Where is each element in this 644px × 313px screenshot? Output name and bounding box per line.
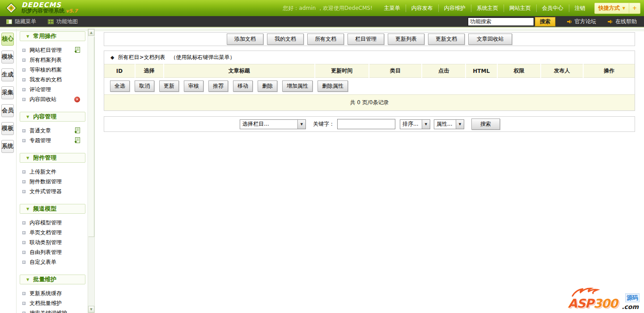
menu-item-free-list[interactable]: 自由列表管理 [17,247,87,257]
remove-attribute-button[interactable]: 删除属性 [318,80,348,92]
tab-members[interactable]: 会员 [1,104,14,117]
tab-templates[interactable]: 模板 [1,122,14,135]
chevron-down-icon: ▼ [26,115,29,119]
nav-site-home[interactable]: 网站主页 [504,4,537,12]
sidebar-scrollbar[interactable]: ▲ ▼ [88,29,95,313]
category-select[interactable]: 选择栏目... ▼ [240,119,306,129]
watermark-tag: 源码 [625,293,640,302]
recommend-button[interactable]: 推荐 [208,80,228,92]
menu-item-comment-manage[interactable]: 评论管理 [17,85,87,94]
chevron-down-icon: ▼ [26,156,29,160]
attribute-select[interactable]: 属性... ▼ [434,119,464,129]
nav-logout[interactable]: 注销 [569,4,591,12]
col-permission: 权限 [497,64,541,78]
col-select: 选择 [135,64,164,78]
cancel-button[interactable]: 取消 [135,80,154,92]
menu-item-content-model[interactable]: 内容模型管理 [17,218,87,228]
select-all-button[interactable]: 全选 [110,80,130,92]
quick-add-button[interactable]: + [629,3,640,13]
logo-version: v5.7 [66,8,78,14]
menu-item-search-keyword-maintain[interactable]: 搜索关键词维护 [17,308,87,313]
menu-item-update-cache[interactable]: 更新系统缓存 [17,288,87,298]
tab-core[interactable]: 核心 [1,33,14,46]
scrollbar-thumb[interactable] [88,37,94,237]
nav-system-home[interactable]: 系统主页 [471,4,504,12]
online-help-link[interactable]: 在线帮助 [608,18,637,25]
tab-system[interactable]: 系统 [1,140,14,153]
add-attribute-button[interactable]: 增加属性 [282,80,313,92]
breadcrumb: ◆ 所有栏目>文档列表 （使用鼠标右键弹出菜单） [104,51,635,64]
quick-access-label[interactable]: 快捷方式 ▼ [595,3,629,13]
update-button[interactable]: 更新 [159,80,179,92]
nav-content-publish[interactable]: 内容发布 [406,4,439,12]
nav-main-menu[interactable]: 主菜单 [379,4,406,12]
all-documents-button[interactable]: 所有文档 [307,34,344,45]
move-button[interactable]: 移动 [233,80,253,92]
chevron-down-icon[interactable]: ▼ [297,120,305,129]
menu-item-recycle-bin[interactable]: 内容回收站 ✕ [17,94,87,104]
menu-item-pending-archives[interactable]: 等审核的档案 [17,65,87,75]
secondary-toolbar: 隐藏菜单 功能地图 搜索 官方论坛 [0,16,644,28]
menu-item-topic-manage[interactable]: 专题管理 [17,135,87,145]
section-header-channel-model[interactable]: ▼ 频道模型 [20,204,85,214]
menu-item-file-manager[interactable]: 文件式管理器 [17,186,87,196]
function-search-button[interactable]: 搜索 [535,17,555,26]
sidebar-menu: ▼ 常用操作 网站栏目管理 所有档案列表 等审核的档案 我发布的文档 评论管 [17,31,87,313]
section-attachment-manage: ▼ 附件管理 上传新文件 附件数据管理 文件式管理器 [17,153,87,196]
chevron-down-icon[interactable]: ▼ [456,120,464,129]
menu-item-custom-form[interactable]: 自定义表单 [17,257,87,267]
section-header-batch-maintain[interactable]: ▼ 批量维护 [20,275,85,284]
update-list-button[interactable]: 更新列表 [388,34,424,45]
menu-item-upload-file[interactable]: 上传新文件 [17,167,87,177]
scroll-down-arrow[interactable]: ▼ [88,306,94,313]
function-map-button[interactable]: 功能地图 [48,18,78,25]
hide-menu-button[interactable]: 隐藏菜单 [6,18,36,25]
diamond-icon: ◆ [110,55,114,60]
bullet-icon [22,139,25,142]
chevron-down-icon: ▼ [26,207,29,211]
doc-add-icon [74,137,80,144]
menu-item-linkage-category[interactable]: 联动类别管理 [17,237,87,247]
menu-item-all-archives[interactable]: 所有档案列表 [17,55,87,65]
tab-modules[interactable]: 模块 [1,51,14,63]
chevron-down-icon: ▼ [26,278,29,282]
sort-select[interactable]: 排序... ▼ [400,119,430,129]
doc-add-icon [74,127,80,134]
nav-content-maintain[interactable]: 内容维护 [439,4,471,12]
my-documents-button[interactable]: 我的文档 [267,34,304,45]
nav-member-center[interactable]: 会员中心 [537,4,569,12]
menu-item-my-documents[interactable]: 我发布的文档 [17,75,87,85]
update-document-button[interactable]: 更新文档 [428,34,465,45]
delete-button[interactable]: 删除 [258,80,277,92]
tab-generate[interactable]: 生成 [1,68,14,81]
audit-button[interactable]: 审核 [184,80,203,92]
chevron-down-icon: ▼ [26,34,29,38]
function-search-input[interactable] [468,17,534,26]
bullet-icon [22,261,25,264]
top-nav: 主菜单 内容发布 内容维护 系统主页 网站主页 会员中心 注销 [379,4,591,12]
chevron-down-icon[interactable]: ▼ [422,120,430,129]
bullet-icon [22,231,25,234]
menu-item-attachment-data[interactable]: 附件数据管理 [17,177,87,186]
welcome-text: 您好：admin ，欢迎使用DedeCMS! [283,4,373,12]
keyword-input[interactable] [337,119,395,129]
scroll-up-arrow[interactable]: ▲ [88,29,94,36]
section-header-attachment-manage[interactable]: ▼ 附件管理 [20,153,85,163]
menu-item-doc-batch-maintain[interactable]: 文档批量维护 [17,298,87,308]
tab-collect[interactable]: 采集 [1,86,14,99]
section-header-common-ops[interactable]: ▼ 常用操作 [20,31,85,41]
menu-item-site-columns[interactable]: 网站栏目管理 [17,45,87,55]
keyword-label: 关键字： [313,120,335,128]
add-document-button[interactable]: 添加文档 [227,34,263,45]
function-map-icon [48,19,54,24]
filter-bar: 选择栏目... ▼ 关键字： 排序... ▼ 属性... ▼ 搜索 [104,116,635,132]
section-header-content-manage[interactable]: ▼ 内容管理 [20,112,85,122]
column-manage-button[interactable]: 栏目管理 [347,34,384,45]
section-batch-maintain: ▼ 批量维护 更新系统缓存 文档批量维护 搜索关键词维护 文档关键词维护 [17,275,87,313]
official-forum-link[interactable]: 官方论坛 [567,18,596,25]
speaker-icon [567,19,572,24]
filter-search-button[interactable]: 搜索 [471,118,500,130]
article-recycle-button[interactable]: 文章回收站 [468,34,512,45]
menu-item-single-page[interactable]: 单页文档管理 [17,228,87,237]
menu-item-normal-article[interactable]: 普通文章 [17,126,87,135]
